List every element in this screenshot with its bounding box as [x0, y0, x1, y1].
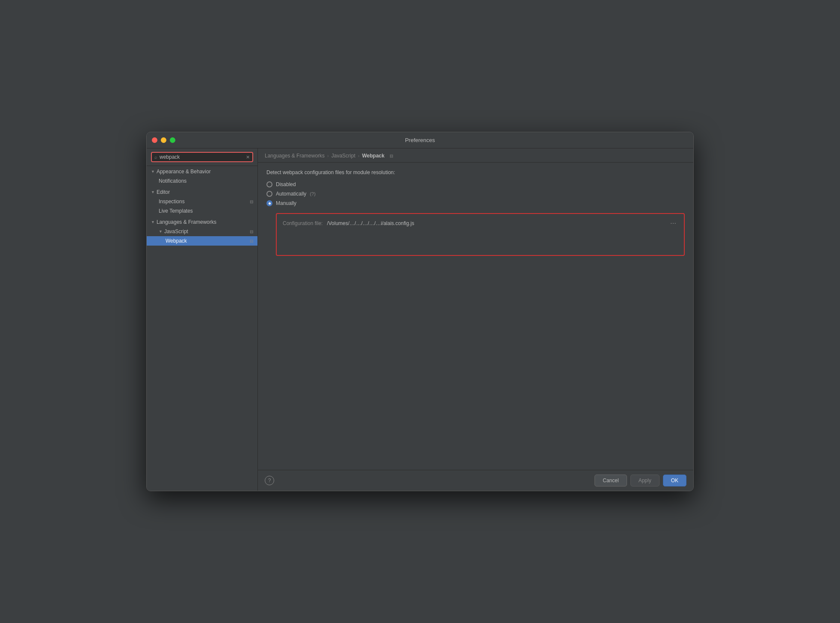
- breadcrumb-languages: Languages & Frameworks: [265, 153, 325, 159]
- chevron-down-icon: ▼: [151, 169, 155, 174]
- title-bar: Preferences: [147, 132, 693, 148]
- sidebar-group-label-appearance: Appearance & Behavior: [157, 169, 211, 175]
- config-file-value: /Volumes/…/…/…/…/…i/alais.config.js: [327, 220, 664, 226]
- radio-option-manually[interactable]: Manually: [266, 200, 685, 206]
- sidebar-group-languages-frameworks[interactable]: ▼ Languages & Frameworks: [147, 217, 257, 227]
- cancel-button[interactable]: Cancel: [595, 475, 627, 487]
- bottom-bar: ? Cancel Apply OK: [258, 470, 693, 491]
- sidebar-group-editor[interactable]: ▼ Editor: [147, 187, 257, 197]
- breadcrumb-settings-icon: ⊟: [390, 154, 393, 158]
- sidebar-item-label-javascript: JavaScript: [164, 228, 188, 234]
- sidebar-item-inspections[interactable]: Inspections ⊟: [147, 197, 257, 206]
- search-clear-icon[interactable]: ✕: [246, 154, 250, 160]
- inspections-icon: ⊟: [250, 199, 253, 204]
- search-bar: ⌕ ✕: [147, 148, 257, 166]
- radio-btn-automatically[interactable]: [266, 191, 272, 197]
- help-button[interactable]: ?: [265, 476, 274, 485]
- help-icon-automatically[interactable]: (?): [310, 191, 315, 196]
- sidebar-item-label-notifications: Notifications: [159, 178, 186, 184]
- sidebar-section-appearance: ▼ Appearance & Behavior Notifications: [147, 166, 257, 187]
- sidebar-section-languages: ▼ Languages & Frameworks ▼ JavaScript ⊟ …: [147, 217, 257, 246]
- radio-btn-disabled[interactable]: [266, 181, 272, 187]
- webpack-icon: ⊟: [250, 239, 253, 243]
- chevron-down-icon-languages: ▼: [151, 220, 155, 224]
- config-file-label: Configuration file:: [283, 220, 322, 226]
- search-input-wrapper: ⌕ ✕: [151, 152, 253, 162]
- sidebar: ⌕ ✕ ▼ Appearance & Behavior Notification…: [147, 148, 258, 491]
- breadcrumb-sep-1: ›: [327, 153, 329, 158]
- javascript-icon: ⊟: [250, 229, 253, 234]
- ok-button[interactable]: OK: [663, 475, 686, 487]
- breadcrumb: Languages & Frameworks › JavaScript › We…: [258, 148, 693, 163]
- radio-option-disabled[interactable]: Disabled: [266, 181, 685, 187]
- apply-button[interactable]: Apply: [630, 475, 660, 487]
- sidebar-item-webpack[interactable]: Webpack ⊟: [147, 236, 257, 246]
- sidebar-item-notifications[interactable]: Notifications: [147, 176, 257, 186]
- radio-label-manually: Manually: [276, 200, 296, 206]
- right-panel: Languages & Frameworks › JavaScript › We…: [258, 148, 693, 491]
- sidebar-group-appearance-behavior[interactable]: ▼ Appearance & Behavior: [147, 167, 257, 176]
- window-title: Preferences: [405, 137, 435, 143]
- panel-description: Detect webpack configuration files for m…: [266, 169, 685, 175]
- sidebar-group-label-languages: Languages & Frameworks: [157, 219, 216, 225]
- sidebar-section-editor: ▼ Editor Inspections ⊟ Live Templates: [147, 187, 257, 217]
- action-buttons: Cancel Apply OK: [595, 475, 686, 487]
- breadcrumb-sep-2: ›: [358, 153, 360, 158]
- radio-option-automatically[interactable]: Automatically (?): [266, 191, 685, 197]
- radio-label-automatically: Automatically: [276, 191, 306, 197]
- chevron-down-icon-js: ▼: [159, 229, 163, 234]
- search-icon: ⌕: [154, 154, 157, 160]
- breadcrumb-webpack: Webpack: [362, 153, 384, 159]
- sidebar-item-javascript[interactable]: ▼ JavaScript ⊟: [147, 227, 257, 236]
- help-button-label: ?: [268, 478, 271, 484]
- chevron-down-icon-editor: ▼: [151, 190, 155, 194]
- panel-content: Detect webpack configuration files for m…: [258, 163, 693, 470]
- sidebar-item-label-webpack: Webpack: [166, 238, 187, 244]
- sidebar-item-label-inspections: Inspections: [159, 199, 185, 205]
- main-content: ⌕ ✕ ▼ Appearance & Behavior Notification…: [147, 148, 693, 491]
- config-file-row: Configuration file: /Volumes/…/…/…/…/…i/…: [283, 219, 678, 228]
- close-button[interactable]: [152, 137, 157, 143]
- sidebar-item-label-live-templates: Live Templates: [159, 208, 193, 214]
- radio-btn-manually[interactable]: [266, 200, 272, 206]
- search-input[interactable]: [160, 154, 244, 160]
- minimize-button[interactable]: [161, 137, 166, 143]
- maximize-button[interactable]: [170, 137, 175, 143]
- traffic-lights: [152, 137, 175, 143]
- radio-label-disabled: Disabled: [276, 181, 296, 187]
- sidebar-item-live-templates[interactable]: Live Templates: [147, 206, 257, 216]
- breadcrumb-javascript: JavaScript: [331, 153, 355, 159]
- config-browse-button[interactable]: ⋯: [668, 219, 678, 228]
- preferences-window: Preferences ⌕ ✕ ▼ Appearance & Behavior: [146, 132, 694, 491]
- config-file-box: Configuration file: /Volumes/…/…/…/…/…i/…: [276, 213, 685, 256]
- radio-group: Disabled Automatically (?) Manually: [266, 181, 685, 206]
- sidebar-group-label-editor: Editor: [157, 189, 170, 195]
